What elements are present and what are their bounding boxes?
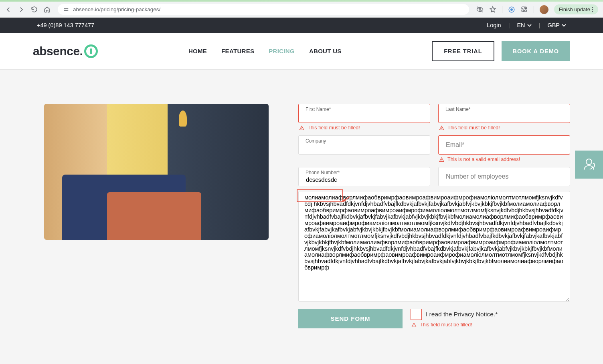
logo-icon (84, 44, 98, 58)
warning-icon (299, 125, 304, 131)
nav-about[interactable]: ABOUT US (309, 48, 342, 54)
nav-pricing[interactable]: PRICING (269, 48, 295, 54)
logo-text: absence. (33, 44, 83, 58)
currency-label: GBP (547, 22, 560, 28)
phone-number: +49 (0)89 143 777477 (37, 22, 94, 28)
first-name-error: This field must be filled! (298, 125, 430, 131)
top-utility-bar: +49 (0)89 143 777477 Login | EN | GBP (0, 18, 603, 33)
toolbar-divider (534, 6, 534, 13)
topbar-separator: | (508, 22, 510, 28)
privacy-checkbox[interactable] (411, 309, 422, 320)
logo[interactable]: absence. (33, 44, 98, 58)
browser-url-text: absence.io/pricing/pricing-packages/ (73, 6, 160, 12)
svg-point-7 (592, 11, 593, 12)
finish-update-button[interactable]: Finish update (554, 4, 598, 14)
language-label: EN (517, 22, 525, 28)
browser-forward-icon[interactable] (18, 6, 25, 13)
main-nav: HOME FEATURES PRICING ABOUT US (188, 48, 342, 54)
svg-point-0 (65, 8, 65, 9)
browser-toolbar: absence.io/pricing/pricing-packages/ Fin… (0, 2, 603, 18)
login-link[interactable]: Login (487, 22, 501, 28)
book-demo-button[interactable]: BOOK A DEMO (502, 41, 570, 61)
profile-avatar[interactable] (540, 5, 548, 14)
email-field[interactable] (438, 135, 570, 155)
language-selector[interactable]: EN (517, 22, 531, 28)
send-form-button[interactable]: SEND FORM (298, 309, 403, 328)
topbar-separator: | (539, 22, 540, 28)
svg-point-8 (586, 159, 592, 165)
contact-form: First Name* This field must be filled! L… (298, 104, 570, 328)
support-widget[interactable] (575, 151, 603, 179)
svg-point-1 (67, 10, 68, 11)
chevron-down-icon (562, 24, 566, 27)
privacy-label: I read the Privacy Notice.* (426, 311, 498, 318)
browser-back-icon[interactable] (5, 6, 12, 13)
svg-point-4 (510, 8, 513, 11)
last-name-label: Last Name* (445, 107, 471, 112)
eye-off-icon[interactable] (476, 6, 484, 13)
browser-reload-icon[interactable] (30, 6, 38, 13)
extensions-puzzle-icon[interactable] (521, 6, 528, 13)
email-error: This is not a valid email address! (438, 157, 570, 162)
kebab-icon (592, 7, 593, 12)
main-header: absence. HOME FEATURES PRICING ABOUT US … (0, 33, 603, 70)
bookmark-star-icon[interactable] (489, 6, 496, 13)
last-name-error: This field must be filled! (438, 125, 570, 131)
browser-url-bar[interactable]: absence.io/pricing/pricing-packages/ (58, 4, 469, 15)
chevron-down-icon (527, 24, 532, 27)
main-content: First Name* This field must be filled! L… (0, 70, 603, 344)
nav-features[interactable]: FEATURES (221, 48, 254, 54)
company-label: Company (306, 138, 326, 144)
first-name-label: First Name* (306, 107, 331, 112)
phone-label: Phone Number* (306, 170, 340, 175)
finish-update-label: Finish update (559, 6, 590, 12)
employees-field[interactable] (438, 167, 570, 186)
toolbar-divider (502, 6, 502, 13)
warning-icon (439, 125, 444, 131)
free-trial-button[interactable]: FREE TRIAL (432, 41, 494, 61)
svg-point-5 (592, 7, 593, 8)
svg-point-6 (592, 9, 593, 10)
currency-selector[interactable]: GBP (547, 22, 566, 28)
site-settings-icon[interactable] (63, 7, 69, 12)
headset-icon (581, 156, 597, 173)
message-field[interactable] (298, 191, 570, 302)
hero-image (44, 104, 269, 240)
nav-home[interactable]: HOME (188, 48, 207, 54)
warning-icon (411, 322, 417, 328)
extension-circle-icon[interactable] (508, 6, 515, 13)
privacy-error: This field must be filled! (411, 322, 498, 328)
warning-icon (439, 157, 444, 162)
privacy-notice-link[interactable]: Privacy Notice (454, 311, 494, 318)
browser-home-icon[interactable] (43, 6, 51, 13)
